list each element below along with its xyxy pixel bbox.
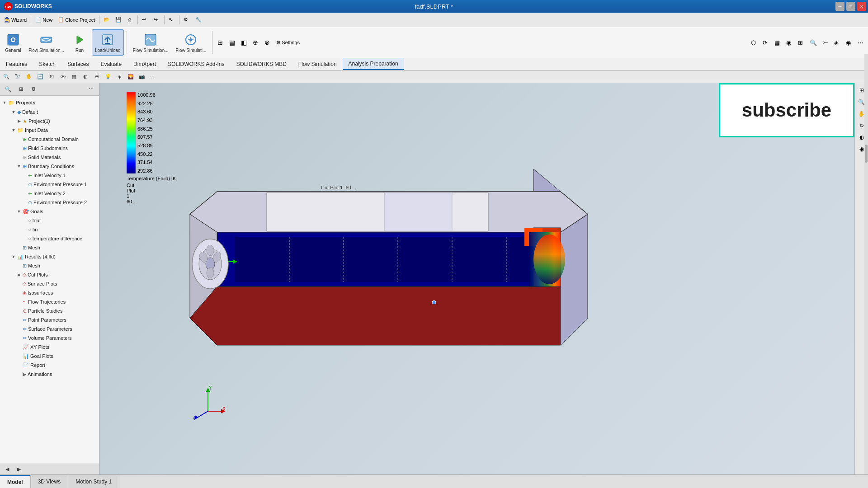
menu-features[interactable]: Features	[0, 58, 33, 70]
panel-settings-icon[interactable]: ⚙	[28, 84, 39, 94]
tab-motion-study[interactable]: Motion Study 1	[68, 475, 119, 488]
particle-studies-item[interactable]: ▶ ⊙ Particle Studies	[0, 306, 99, 315]
input-data-item[interactable]: ▼ 📁 Input Data	[0, 126, 99, 135]
surface-plots-item[interactable]: ▶ ◇ Surface Plots	[0, 279, 99, 288]
stb-zoom-out[interactable]: 🔭	[12, 72, 23, 82]
new-button[interactable]: 📄 New	[33, 14, 55, 26]
redo-button[interactable]: ↪	[151, 14, 162, 26]
cut-plots-item[interactable]: ▶ ◇ Cut Plots	[0, 270, 99, 279]
tab-model[interactable]: Model	[0, 475, 31, 488]
stb-materials[interactable]: ◈	[114, 72, 125, 82]
load-unload-button[interactable]: Load/Unload	[92, 29, 124, 56]
tout-item[interactable]: ▶ ○ tout	[0, 216, 99, 225]
mesh-input-item[interactable]: ▶ ⊞ Mesh	[0, 243, 99, 252]
rt-icon9[interactable]: ◉	[844, 36, 854, 49]
stb-display[interactable]: ◐	[80, 72, 91, 82]
menu-solidworks-mbd[interactable]: SOLIDWORKS MBD	[231, 58, 292, 70]
fluid-subdomains-item[interactable]: ▶ ⊞ Fluid Subdomains	[0, 144, 99, 153]
projects-header[interactable]: ▼ 📁 Projects	[0, 98, 99, 108]
viewport[interactable]: 1000.96 922.28 843.60 764.93 686.25 607.…	[99, 83, 854, 474]
stb-zoom-in[interactable]: 🔍	[1, 72, 12, 82]
rt-icon6[interactable]: 🔍	[807, 36, 819, 49]
tb-icon1[interactable]: ⊞	[215, 36, 226, 49]
settings-button[interactable]: ⚙ Settings	[274, 36, 302, 49]
report-item[interactable]: ▶ 📄 Report	[0, 361, 99, 370]
env-pressure-2-item[interactable]: ▶ ⊙ Environment Pressure 2	[0, 198, 99, 207]
settings-small-button[interactable]: 🔧	[193, 14, 204, 26]
rt-icon1[interactable]: ⬡	[749, 36, 760, 49]
computational-domain-item[interactable]: ▶ ⊞ Computational Domain	[0, 135, 99, 144]
tin-item[interactable]: ▶ ○ tin	[0, 225, 99, 234]
flow-simulation-button[interactable]: Flow Simulation...	[25, 29, 67, 56]
temp-diff-item[interactable]: ▶ ○ temperature difference	[0, 234, 99, 243]
nav-left[interactable]: ◀	[2, 465, 13, 474]
close-button[interactable]: ✕	[857, 2, 866, 11]
menu-dimxpert[interactable]: DimXpert	[127, 58, 162, 70]
rt-icon3[interactable]: ▦	[772, 36, 783, 49]
rt-icon7[interactable]: ⟜	[820, 36, 831, 49]
inlet-velocity-2-item[interactable]: ▶ ↠ Inlet Velocity 2	[0, 189, 99, 198]
surface-params-item[interactable]: ▶ ✏ Surface Parameters	[0, 324, 99, 333]
menu-solidworks-addins[interactable]: SOLIDWORKS Add-Ins	[162, 58, 230, 70]
stb-fit[interactable]: ⊡	[46, 72, 57, 82]
stb-pan[interactable]: ✋	[24, 72, 34, 82]
stb-options[interactable]: ⊕	[91, 72, 102, 82]
tb-icon4[interactable]: ⊕	[250, 36, 261, 49]
rt-icon4[interactable]: ◉	[784, 36, 795, 49]
save-button[interactable]: 💾	[113, 14, 124, 26]
minimize-button[interactable]: ─	[835, 2, 844, 11]
options-button[interactable]: ⚙	[181, 14, 192, 26]
goal-plots-item[interactable]: ▶ 📊 Goal Plots	[0, 352, 99, 361]
open-button[interactable]: 📂	[101, 14, 112, 26]
panel-filter-icon[interactable]: ⊞	[15, 84, 26, 94]
stb-camera[interactable]: 📷	[137, 72, 147, 82]
stb-more[interactable]: ⋯	[148, 72, 159, 82]
select-button[interactable]: ↖	[166, 14, 177, 26]
clone-project-button[interactable]: 📋 Clone Project	[56, 14, 97, 26]
project1-item[interactable]: ▶ ★ Project(1)	[0, 117, 99, 126]
flow-trajectories-item[interactable]: ▶ ⤳ Flow Trajectories	[0, 297, 99, 306]
results-item[interactable]: ▼ 📊 Results (4.fld)	[0, 252, 99, 261]
general-button[interactable]: General	[2, 29, 24, 56]
stb-scene[interactable]: 🌄	[125, 72, 136, 82]
isosurfaces-item[interactable]: ▶ ◈ Isosurfaces	[0, 288, 99, 297]
goals-item[interactable]: ▼ 🎯 Goals	[0, 207, 99, 216]
point-params-item[interactable]: ▶ ✏ Point Parameters	[0, 315, 99, 324]
run-button[interactable]: Run	[68, 29, 91, 56]
default-item[interactable]: ▼ ◆ Default	[0, 108, 99, 117]
flow-simulati-button[interactable]: Flow Simulati...	[173, 29, 210, 56]
menu-evaluate[interactable]: Evaluate	[94, 58, 127, 70]
panel-search-icon[interactable]: 🔍	[3, 84, 14, 94]
mesh-results-item[interactable]: ▶ ⊞ Mesh	[0, 261, 99, 270]
tree-area[interactable]: ▼ 📁 Projects ▼ ◆ Default ▶ ★ Project(1) …	[0, 96, 99, 464]
nav-right[interactable]: ▶	[14, 465, 24, 474]
stb-lights[interactable]: 💡	[103, 72, 113, 82]
tb-icon5[interactable]: ⊗	[262, 36, 273, 49]
panel-collapse-icon[interactable]: ⋯	[85, 84, 96, 94]
tab-3dviews[interactable]: 3D Views	[31, 475, 68, 488]
wizard-button[interactable]: 🧙 Wizard	[2, 14, 29, 26]
stb-rotate[interactable]: 🔄	[35, 72, 46, 82]
rt-icon5[interactable]: ⊞	[796, 36, 807, 49]
stb-section[interactable]: ▦	[69, 72, 80, 82]
env-pressure-1-item[interactable]: ▶ ⊙ Environment Pressure 1	[0, 180, 99, 189]
maximize-button[interactable]: □	[846, 2, 855, 11]
stb-view[interactable]: 👁	[57, 72, 68, 82]
volume-params-item[interactable]: ▶ ✏ Volume Parameters	[0, 333, 99, 343]
animations-item[interactable]: ▶ ▶ Animations	[0, 370, 99, 379]
print-button[interactable]: 🖨	[125, 14, 136, 26]
boundary-conditions-item[interactable]: ▼ ⊞ Boundary Conditions	[0, 162, 99, 171]
tb-icon2[interactable]: ▤	[227, 36, 238, 49]
tb-icon3[interactable]: ◧	[239, 36, 250, 49]
menu-flow-simulation[interactable]: Flow Simulation	[292, 58, 343, 70]
xy-plots-item[interactable]: ▶ 📈 XY Plots	[0, 343, 99, 352]
inlet-velocity-1-item[interactable]: ▶ ↠ Inlet Velocity 1	[0, 171, 99, 180]
solid-materials-item[interactable]: ▶ ⊞ Solid Materials	[0, 153, 99, 162]
menu-sketch[interactable]: Sketch	[33, 58, 61, 70]
menu-surfaces[interactable]: Surfaces	[61, 58, 94, 70]
undo-button[interactable]: ↩	[140, 14, 151, 26]
menu-analysis-preparation[interactable]: Analysis Preparation	[343, 58, 404, 70]
rt-icon8[interactable]: ◈	[832, 36, 843, 49]
rt-icon10[interactable]: ⋯	[855, 36, 866, 49]
flow-simulation-2-button[interactable]: Flow Simulation...	[130, 29, 172, 56]
